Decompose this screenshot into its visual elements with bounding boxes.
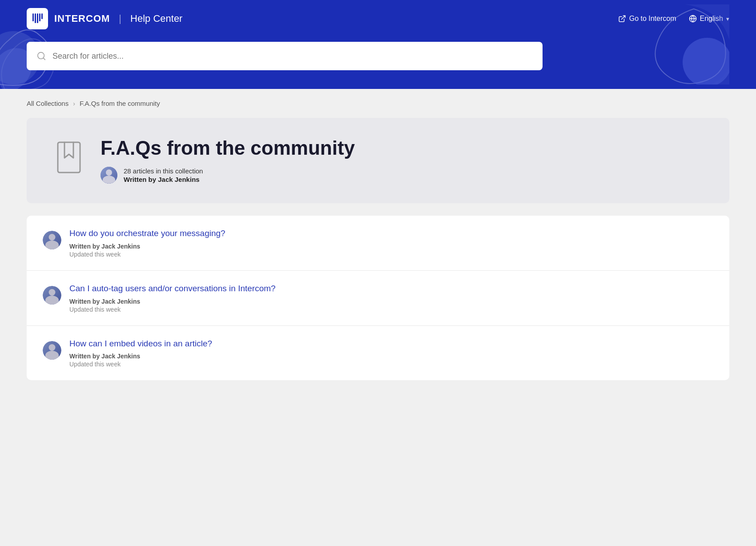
- page-wrapper: INTERCOM | Help Center Go to Intercom: [0, 0, 756, 380]
- help-center-label: Help Center: [130, 13, 182, 24]
- collection-written-by: Written by Jack Jenkins: [124, 176, 203, 183]
- article-author-avatar: [43, 341, 61, 360]
- search-input[interactable]: [52, 52, 533, 61]
- article-author-avatar: [43, 286, 61, 305]
- article-author-avatar: [43, 231, 61, 249]
- article-author: Jack Jenkins: [101, 243, 140, 250]
- search-area: [0, 37, 756, 88]
- written-by-label: Written by: [69, 243, 100, 250]
- article-content: How do you orchestrate your messaging? W…: [69, 228, 225, 258]
- svg-line-5: [621, 16, 625, 19]
- search-icon: [36, 51, 46, 61]
- articles-list: How do you orchestrate your messaging? W…: [27, 216, 729, 380]
- svg-rect-1: [35, 13, 36, 23]
- article-author: Jack Jenkins: [101, 298, 140, 305]
- written-by-label: Written by: [69, 298, 100, 305]
- written-by-label: Written by: [124, 176, 156, 183]
- collection-meta-text: 28 articles in this collection Written b…: [124, 167, 203, 183]
- articles-count: 28 articles in this collection: [124, 167, 203, 175]
- article-item[interactable]: Can I auto-tag users and/or conversation…: [27, 271, 729, 326]
- collection-author: Jack Jenkins: [158, 176, 199, 183]
- logo-text: INTERCOM: [54, 13, 110, 24]
- svg-rect-2: [37, 13, 38, 23]
- collection-bookmark-icon: [53, 140, 84, 177]
- collection-header: F.A.Qs from the community 28 articles in…: [27, 118, 729, 203]
- collection-title: F.A.Qs from the community: [101, 137, 355, 159]
- breadcrumb-current-page: F.A.Qs from the community: [80, 100, 160, 107]
- logo-divider: |: [119, 13, 121, 24]
- article-title: How can I embed videos in an article?: [69, 338, 212, 349]
- breadcrumb-all-collections[interactable]: All Collections: [27, 100, 68, 107]
- article-updated: Updated this week: [69, 306, 276, 313]
- article-item[interactable]: How do you orchestrate your messaging? W…: [27, 216, 729, 271]
- article-updated: Updated this week: [69, 361, 212, 368]
- article-meta: Written by Jack Jenkins: [69, 298, 276, 305]
- article-author: Jack Jenkins: [101, 353, 140, 360]
- breadcrumb: All Collections › F.A.Qs from the commun…: [0, 89, 756, 118]
- author-avatar: [101, 167, 117, 184]
- written-by-label: Written by: [69, 353, 100, 360]
- svg-line-9: [43, 58, 45, 60]
- article-item[interactable]: How can I embed videos in an article? Wr…: [27, 326, 729, 381]
- svg-rect-12: [58, 142, 80, 173]
- svg-rect-4: [41, 13, 43, 19]
- breadcrumb-chevron-icon: ›: [73, 100, 75, 107]
- header: INTERCOM | Help Center Go to Intercom: [0, 0, 756, 89]
- collection-info: F.A.Qs from the community 28 articles in…: [101, 137, 355, 184]
- svg-rect-3: [39, 13, 40, 21]
- article-content: How can I embed videos in an article? Wr…: [69, 338, 212, 368]
- article-meta: Written by Jack Jenkins: [69, 353, 212, 360]
- svg-rect-0: [32, 13, 34, 21]
- collection-meta: 28 articles in this collection Written b…: [101, 167, 355, 184]
- article-content: Can I auto-tag users and/or conversation…: [69, 283, 276, 313]
- article-title: Can I auto-tag users and/or conversation…: [69, 283, 276, 294]
- article-updated: Updated this week: [69, 251, 225, 258]
- search-bar: [27, 42, 543, 70]
- article-meta: Written by Jack Jenkins: [69, 243, 225, 250]
- article-title: How do you orchestrate your messaging?: [69, 228, 225, 239]
